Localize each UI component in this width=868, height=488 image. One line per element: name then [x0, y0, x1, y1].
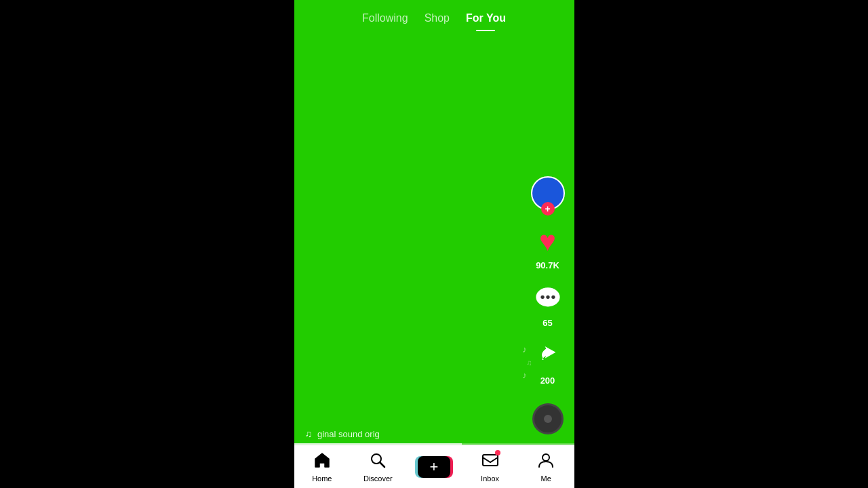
share-action[interactable]: 200	[532, 340, 564, 386]
like-count: 90.7K	[536, 260, 559, 270]
share-count: 200	[540, 375, 555, 386]
svg-rect-6	[483, 455, 498, 466]
tab-home[interactable]: Home	[302, 451, 342, 483]
home-icon	[313, 451, 331, 473]
svg-point-2	[546, 296, 549, 299]
top-navigation: Following Shop For You	[294, 0, 574, 27]
comment-count: 65	[542, 318, 552, 328]
music-bar[interactable]: ♫ ginal sound orig	[305, 428, 565, 439]
tab-discover[interactable]: Discover	[357, 451, 398, 483]
tab-inbox[interactable]: Inbox	[470, 451, 511, 483]
right-background	[574, 0, 868, 488]
tab-create[interactable]: +	[414, 456, 454, 478]
action-bar: + ♥ 90.7K 65	[531, 176, 565, 434]
comment-action[interactable]: 65	[532, 283, 564, 328]
tab-discover-label: Discover	[363, 474, 393, 483]
tab-me-label: Me	[541, 474, 551, 483]
svg-point-7	[542, 454, 549, 461]
search-icon	[369, 451, 387, 473]
left-background	[0, 0, 294, 488]
inbox-icon	[481, 451, 499, 473]
tab-inbox-label: Inbox	[481, 474, 499, 483]
music-note-icon: ♫	[305, 428, 313, 439]
comment-icon	[532, 283, 564, 315]
music-title: ginal sound orig	[317, 429, 380, 439]
svg-point-1	[540, 296, 544, 299]
svg-point-3	[551, 296, 555, 299]
nav-shop[interactable]: Shop	[423, 9, 451, 27]
bottom-navigation: Home Discover +	[294, 445, 574, 488]
share-icon	[532, 340, 564, 373]
plus-icon: +	[430, 458, 439, 476]
like-icon: ♥	[532, 225, 564, 258]
creator-avatar[interactable]: +	[531, 176, 565, 210]
like-action[interactable]: ♥ 90.7K	[532, 225, 564, 270]
tab-me[interactable]: Me	[526, 451, 566, 483]
profile-icon	[537, 451, 555, 473]
nav-for-you[interactable]: For You	[465, 9, 507, 27]
phone-screen: Following Shop For You + ♥ 90.7K	[294, 0, 574, 488]
tab-home-label: Home	[312, 474, 332, 483]
follow-button[interactable]: +	[541, 202, 555, 216]
create-button[interactable]: +	[418, 456, 450, 478]
nav-following[interactable]: Following	[361, 9, 410, 27]
svg-line-5	[380, 462, 384, 467]
